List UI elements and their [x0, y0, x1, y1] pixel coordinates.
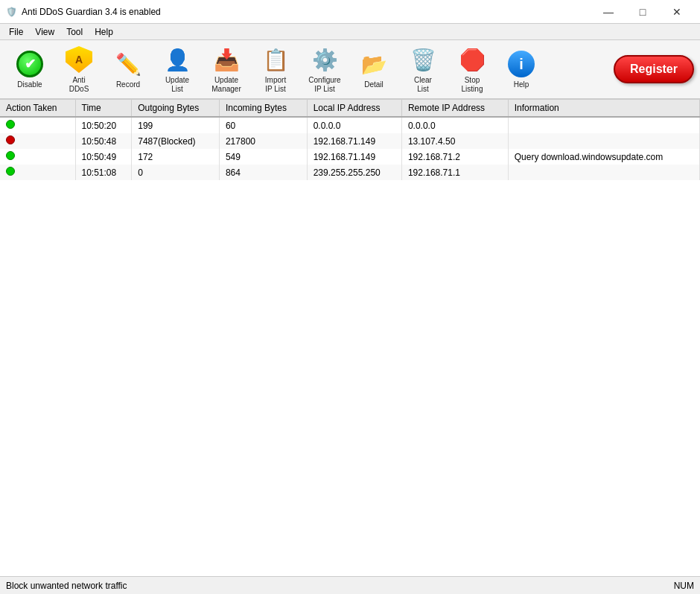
cell-incoming: 864 [219, 165, 307, 180]
disable-label: Disable [17, 80, 42, 89]
col-info: Information [508, 100, 699, 117]
table-row[interactable]: 10:50:487487(Blocked)217800192.168.71.14… [0, 133, 700, 149]
app-title: Anti DDoS Guardian 3.4 is enabled [22, 7, 161, 17]
record-icon: ✏️ [113, 49, 143, 79]
help-label: Help [514, 80, 529, 89]
cell-time: 10:51:08 [75, 165, 132, 180]
anti-ddos-icon: A [64, 45, 94, 74]
status-message: Block unwanted network traffic [6, 581, 127, 591]
title-bar-left: 🛡️ Anti DDoS Guardian 3.4 is enabled [6, 7, 161, 17]
menu-tool[interactable]: Tool [60, 25, 89, 39]
cell-incoming: 549 [219, 149, 307, 165]
update-manager-icon: 📥 [211, 45, 241, 74]
green-status-dot [6, 151, 15, 160]
help-icon: i [506, 49, 536, 79]
cell-time: 10:50:49 [75, 149, 132, 165]
import-ip-list-icon: 📋 [261, 45, 290, 74]
num-indicator: NUM [674, 581, 694, 591]
col-time: Time [75, 100, 132, 117]
cell-local-ip: 192.168.71.149 [307, 149, 401, 165]
cell-outgoing: 7487(Blocked) [132, 133, 220, 149]
col-local-ip: Local IP Address [307, 100, 401, 117]
status-bar: Block unwanted network traffic NUM [0, 576, 700, 594]
import-ip-list-label: ImportIP List [265, 76, 286, 94]
cell-remote-ip: 0.0.0.0 [401, 117, 508, 133]
help-button[interactable]: i Help [497, 42, 545, 96]
cell-remote-ip: 192.168.71.2 [401, 149, 508, 165]
cell-local-ip: 192.168.71.149 [307, 133, 401, 149]
table-row[interactable]: 10:50:20199600.0.0.00.0.0.0 [0, 117, 700, 133]
app-icon: 🛡️ [6, 7, 17, 17]
table-row[interactable]: 10:50:49172549192.168.71.149192.168.71.2… [0, 149, 700, 165]
clear-list-icon: 🗑️ [408, 45, 438, 74]
cell-info: Query download.windowsupdate.com [508, 149, 699, 165]
green-status-dot [6, 167, 15, 176]
cell-info [508, 117, 699, 133]
record-label: Record [116, 80, 140, 89]
cell-info [508, 165, 699, 180]
update-list-icon: 👤 [162, 45, 192, 74]
update-list-button[interactable]: 👤 UpdateList [153, 42, 201, 96]
cell-time: 10:50:48 [75, 133, 132, 149]
toolbar: ✔ Disable A AntiDDoS ✏️ Record 👤 UpdateL… [0, 40, 700, 100]
menu-help[interactable]: Help [89, 25, 119, 39]
configure-ip-list-icon: ⚙️ [310, 45, 340, 74]
col-action: Action Taken [0, 100, 75, 117]
cell-action [0, 117, 75, 133]
clear-list-label: ClearList [414, 76, 432, 94]
cell-action [0, 149, 75, 165]
cell-time: 10:50:20 [75, 117, 132, 133]
cell-outgoing: 199 [132, 117, 220, 133]
stop-listing-icon: 🛑 [457, 45, 487, 74]
table-header-row: Action Taken Time Outgoing Bytes Incomin… [0, 100, 700, 117]
update-manager-label: UpdateManager [211, 76, 241, 94]
disable-button[interactable]: ✔ Disable [6, 42, 54, 96]
cell-incoming: 217800 [219, 133, 307, 149]
stop-listing-button[interactable]: 🛑 StopListing [448, 42, 496, 96]
cell-local-ip: 239.255.255.250 [307, 165, 401, 180]
stop-listing-label: StopListing [462, 76, 483, 94]
record-button[interactable]: ✏️ Record [104, 42, 152, 96]
configure-ip-list-label: ConfigureIP List [308, 76, 340, 94]
col-remote-ip: Remote IP Address [401, 100, 508, 117]
register-button[interactable]: Register [614, 55, 694, 83]
cell-outgoing: 172 [132, 149, 220, 165]
clear-list-button[interactable]: 🗑️ ClearList [399, 42, 447, 96]
cell-incoming: 60 [219, 117, 307, 133]
red-status-dot [6, 135, 15, 144]
disable-icon: ✔ [15, 49, 45, 79]
anti-ddos-label: AntiDDoS [69, 76, 89, 94]
status-right: NUM [674, 581, 694, 591]
close-button[interactable]: ✕ [660, 0, 694, 24]
title-bar: 🛡️ Anti DDoS Guardian 3.4 is enabled — □… [0, 0, 700, 24]
anti-ddos-button[interactable]: A AntiDDoS [55, 42, 103, 96]
cell-action [0, 165, 75, 180]
cell-local-ip: 0.0.0.0 [307, 117, 401, 133]
import-ip-list-button[interactable]: 📋 ImportIP List [252, 42, 299, 96]
cell-remote-ip: 13.107.4.50 [401, 133, 508, 149]
col-incoming: Incoming Bytes [219, 100, 307, 117]
table-row[interactable]: 10:51:080864239.255.255.250192.168.71.1 [0, 165, 700, 180]
detail-button[interactable]: 📂 Detail [350, 42, 398, 96]
update-list-label: UpdateList [165, 76, 189, 94]
detail-icon: 📂 [359, 49, 389, 79]
cell-info [508, 133, 699, 149]
cell-outgoing: 0 [132, 165, 220, 180]
log-table-area: Action Taken Time Outgoing Bytes Incomin… [0, 100, 700, 576]
cell-remote-ip: 192.168.71.1 [401, 165, 508, 180]
menu-file[interactable]: File [3, 25, 29, 39]
update-manager-button[interactable]: 📥 UpdateManager [203, 42, 250, 96]
detail-label: Detail [364, 80, 384, 89]
log-table: Action Taken Time Outgoing Bytes Incomin… [0, 100, 700, 180]
window-controls: — □ ✕ [591, 0, 694, 24]
disable-check-circle: ✔ [16, 51, 43, 77]
maximize-button[interactable]: □ [626, 0, 660, 24]
green-status-dot [6, 120, 15, 129]
cell-action [0, 133, 75, 149]
minimize-button[interactable]: — [591, 0, 626, 24]
configure-ip-list-button[interactable]: ⚙️ ConfigureIP List [301, 42, 349, 96]
col-outgoing: Outgoing Bytes [132, 100, 220, 117]
menu-bar: File View Tool Help [0, 24, 700, 40]
menu-view[interactable]: View [29, 25, 60, 39]
